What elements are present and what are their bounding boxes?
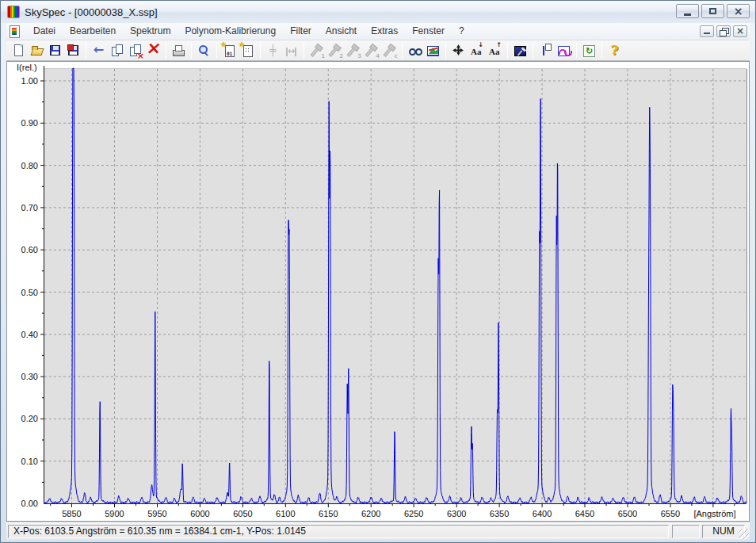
open-file-button[interactable] bbox=[28, 41, 46, 59]
calibrate-lines-icon: ★ bbox=[223, 44, 236, 57]
svg-text:5850: 5850 bbox=[62, 509, 81, 518]
help-button[interactable] bbox=[605, 41, 624, 59]
polynom-4-button: 4 bbox=[362, 41, 380, 59]
menu-item-ansicht[interactable]: Ansicht bbox=[319, 23, 364, 40]
status-bar: X-Pos: 6103.5 Angström = 610.35 nm = 163… bbox=[6, 522, 750, 540]
insert-peak-icon bbox=[539, 44, 552, 57]
svg-text:6100: 6100 bbox=[276, 509, 295, 518]
polynom-redo-icon: c bbox=[383, 44, 396, 57]
svg-text:0.50: 0.50 bbox=[21, 288, 38, 297]
minimize-icon bbox=[684, 13, 691, 16]
menu-item-datei[interactable]: Datei bbox=[26, 23, 63, 40]
title-bar[interactable]: SkySpec - [00000038_X.ssp] × bbox=[1, 1, 755, 23]
mdi-close-button[interactable] bbox=[733, 25, 747, 37]
svg-text:6300: 6300 bbox=[447, 509, 466, 518]
resize-grip[interactable] bbox=[739, 529, 749, 539]
save-file-as-icon bbox=[68, 45, 78, 55]
maximize-button[interactable] bbox=[701, 4, 724, 18]
svg-text:0.60: 0.60 bbox=[21, 245, 38, 254]
menu-item-help[interactable]: ? bbox=[452, 23, 472, 40]
window-title: SkySpec - [00000038_X.ssp] bbox=[25, 6, 158, 18]
copy-spectrum-icon bbox=[110, 44, 124, 57]
spectrum-plot[interactable]: 0.000.100.200.300.400.500.600.700.800.90… bbox=[7, 62, 750, 521]
insert-peak-button[interactable] bbox=[536, 41, 555, 59]
window-controls: × bbox=[674, 4, 750, 18]
undo-button[interactable] bbox=[90, 41, 108, 59]
copy-spectrum-button[interactable] bbox=[108, 41, 126, 59]
toolbar-separator bbox=[191, 43, 192, 59]
menu-item-filter[interactable]: Filter bbox=[283, 23, 319, 40]
polynom-redo-button: c bbox=[380, 41, 399, 59]
spectrum-curve-button[interactable] bbox=[555, 41, 573, 59]
toolbar-separator bbox=[601, 43, 602, 59]
svg-text:1.00: 1.00 bbox=[21, 76, 38, 86]
app-icon bbox=[7, 6, 20, 18]
svg-text:0.40: 0.40 bbox=[21, 330, 38, 339]
toolbar: ×★★1234c bbox=[6, 40, 750, 61]
toolbar-separator bbox=[533, 43, 533, 59]
mdi-window-controls bbox=[697, 25, 747, 37]
svg-text:6550: 6550 bbox=[661, 509, 680, 518]
toolbar-separator bbox=[216, 43, 217, 59]
svg-text:5900: 5900 bbox=[105, 509, 124, 518]
save-file-as-button[interactable] bbox=[64, 41, 82, 59]
document-icon[interactable] bbox=[9, 25, 21, 37]
svg-text:0.00: 0.00 bbox=[21, 499, 38, 508]
menu-bar: DateiBearbeitenSpektrumPolynom-Kalibrier… bbox=[6, 23, 750, 40]
save-file-button[interactable] bbox=[46, 41, 64, 59]
labels-larger-button[interactable] bbox=[486, 41, 504, 59]
menu-item-extras[interactable]: Extras bbox=[364, 23, 405, 40]
refresh-icon bbox=[583, 45, 595, 57]
view-peaks-icon bbox=[427, 46, 439, 56]
polynom-2-button: 2 bbox=[326, 41, 344, 59]
menu-item-polynom-kalibrierung[interactable]: Polynom-Kalibrierung bbox=[178, 23, 283, 40]
calibrate-auto-button[interactable]: ★ bbox=[239, 41, 257, 59]
toolbar-separator bbox=[445, 43, 446, 59]
calibrate-lines-button[interactable]: ★ bbox=[220, 41, 239, 59]
menu-item-fenster[interactable]: Fenster bbox=[405, 23, 452, 40]
svg-text:6200: 6200 bbox=[361, 509, 380, 518]
svg-text:6450: 6450 bbox=[575, 509, 594, 518]
svg-text:0.30: 0.30 bbox=[21, 372, 38, 381]
calibrate-auto-icon: ★ bbox=[241, 44, 254, 57]
undo-icon bbox=[92, 44, 105, 57]
toolbar-separator bbox=[86, 43, 86, 59]
svg-text:[Angström]: [Angström] bbox=[693, 509, 735, 518]
close-icon: × bbox=[734, 6, 743, 17]
svg-text:6250: 6250 bbox=[404, 509, 423, 518]
delete-spectrum-button[interactable] bbox=[144, 41, 162, 59]
close-button[interactable]: × bbox=[727, 4, 750, 18]
polynom-2-icon: 2 bbox=[328, 44, 342, 57]
svg-text:6150: 6150 bbox=[319, 509, 338, 518]
print-button[interactable] bbox=[170, 41, 188, 59]
toolbar-separator bbox=[260, 43, 261, 59]
polynom-editor-button[interactable] bbox=[511, 41, 529, 59]
svg-text:5950: 5950 bbox=[147, 509, 166, 518]
svg-text:6400: 6400 bbox=[533, 509, 552, 518]
svg-text:6000: 6000 bbox=[190, 509, 209, 518]
labels-smaller-button[interactable] bbox=[468, 41, 486, 59]
labels-larger-icon bbox=[488, 44, 502, 57]
menu-item-bearbeiten[interactable]: Bearbeiten bbox=[63, 23, 123, 40]
new-file-button[interactable] bbox=[10, 41, 28, 59]
status-empty-panel bbox=[672, 525, 700, 538]
client-area: I(rel.) 0.000.100.200.300.400.500.600.70… bbox=[6, 61, 750, 522]
zoom-button[interactable] bbox=[195, 41, 213, 59]
minimize-button[interactable] bbox=[676, 4, 699, 18]
menu-item-spektrum[interactable]: Spektrum bbox=[123, 23, 178, 40]
view-check-button[interactable] bbox=[406, 41, 424, 59]
view-peaks-button[interactable] bbox=[424, 41, 442, 59]
svg-text:0.70: 0.70 bbox=[21, 203, 38, 212]
mdi-minimize-button[interactable] bbox=[700, 25, 714, 37]
polynom-4-icon: 4 bbox=[365, 44, 378, 57]
refresh-button[interactable] bbox=[580, 41, 598, 59]
mdi-restore-button[interactable] bbox=[716, 25, 731, 37]
move-view-icon bbox=[452, 44, 465, 57]
polynom-3-icon: 3 bbox=[346, 44, 360, 57]
maximize-icon bbox=[709, 8, 716, 14]
move-view-button[interactable] bbox=[449, 41, 468, 59]
copy-remove-button[interactable]: × bbox=[126, 41, 144, 59]
new-file-icon bbox=[12, 44, 25, 57]
svg-text:0.80: 0.80 bbox=[21, 161, 38, 170]
svg-text:0.90: 0.90 bbox=[21, 118, 38, 128]
